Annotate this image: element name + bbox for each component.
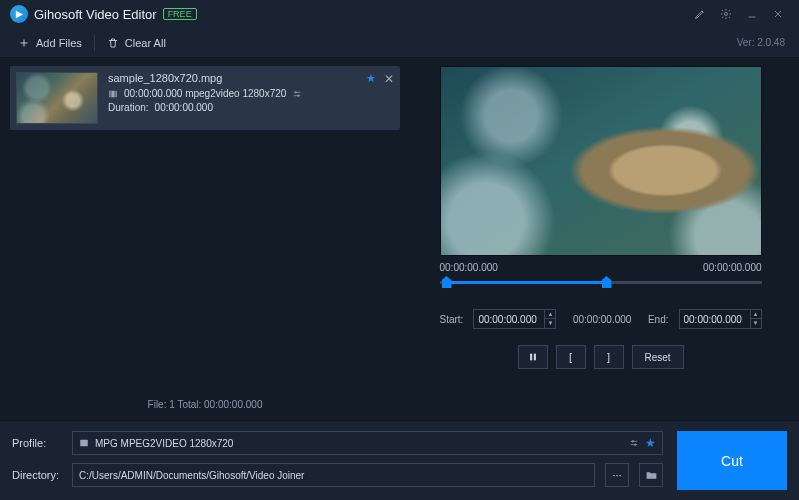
profile-label: Profile: [12,437,62,449]
start-spinner[interactable]: ▲▼ [544,310,555,328]
cut-button[interactable]: Cut [677,431,787,490]
version-label: Ver: 2.0.48 [737,37,785,48]
app-logo [10,5,28,23]
file-name: sample_1280x720.mpg [108,72,394,84]
film-icon [108,89,118,99]
trim-slider[interactable] [440,275,762,291]
favorite-icon[interactable]: ★ [366,72,376,85]
toolbar-separator [94,35,95,51]
mark-out-button[interactable]: ] [594,345,624,369]
favorite-profile-icon[interactable]: ★ [645,436,656,450]
video-preview[interactable] [440,66,762,256]
free-badge: FREE [163,8,197,20]
slider-handle-end[interactable] [602,276,612,288]
titlebar: Gihosoft Video Editor FREE [0,0,799,28]
current-time: 00:00:00.000 [566,314,638,325]
start-time-field[interactable]: ▲▼ [473,309,556,329]
timeline-start-label: 00:00:00.000 [440,262,498,273]
remove-file-icon[interactable]: ✕ [384,72,394,86]
file-info: 00:00:00.000 mpeg2video 1280x720 [124,88,286,99]
open-folder-button[interactable] [639,463,663,487]
folder-icon [645,469,658,482]
pause-icon [528,352,538,362]
directory-label: Directory: [12,469,62,481]
duration-value: 00:00:00.000 [155,102,213,113]
end-time-input[interactable] [680,310,750,328]
duration-label: Duration: [108,102,149,113]
minimize-button[interactable] [739,3,765,25]
timeline-end-label: 00:00:00.000 [703,262,761,273]
reset-button[interactable]: Reset [632,345,684,369]
app-title: Gihosoft Video Editor [34,7,157,22]
svg-rect-4 [530,354,532,361]
browse-button[interactable]: ··· [605,463,629,487]
film-icon [79,438,89,448]
end-time-field[interactable]: ▲▼ [679,309,762,329]
file-thumbnail [16,72,98,124]
slider-fill [446,281,608,284]
directory-field[interactable]: C:/Users/ADMIN/Documents/Gihosoft/Video … [72,463,595,487]
toolbar: Add Files Clear All Ver: 2.0.48 [0,28,799,58]
clear-all-label: Clear All [125,37,166,49]
sliders-icon[interactable] [292,89,302,99]
file-item[interactable]: sample_1280x720.mpg 00:00:00.000 mpeg2vi… [10,66,400,130]
directory-row: Directory: C:/Users/ADMIN/Documents/Giho… [12,463,663,487]
svg-point-0 [725,13,728,16]
file-list-panel: sample_1280x720.mpg 00:00:00.000 mpeg2vi… [10,66,400,416]
compose-icon[interactable] [687,3,713,25]
profile-field[interactable]: MPG MPEG2VIDEO 1280x720 ★ [72,431,663,455]
trash-icon [107,37,119,49]
end-spinner[interactable]: ▲▼ [750,310,761,328]
slider-handle-start[interactable] [442,276,452,288]
svg-rect-5 [533,354,535,361]
file-list-footer: File: 1 Total: 00:00:00.000 [10,393,400,416]
playback-controls: [ ] Reset [440,345,762,369]
start-time-input[interactable] [474,310,544,328]
end-label: End: [648,314,669,325]
svg-rect-1 [109,90,117,97]
file-list: sample_1280x720.mpg 00:00:00.000 mpeg2vi… [10,66,400,393]
settings-icon[interactable] [713,3,739,25]
range-row: Start: ▲▼ 00:00:00.000 End: ▲▼ [440,309,762,329]
pause-button[interactable] [518,345,548,369]
svg-rect-6 [80,440,88,447]
mark-in-button[interactable]: [ [556,345,586,369]
add-files-button[interactable]: Add Files [10,33,90,53]
timeline-labels: 00:00:00.000 00:00:00.000 [440,262,762,273]
plus-icon [18,37,30,49]
directory-value: C:/Users/ADMIN/Documents/Gihosoft/Video … [79,470,588,481]
add-files-label: Add Files [36,37,82,49]
bottom-bar: Profile: MPG MPEG2VIDEO 1280x720 ★ Direc… [0,420,799,500]
profile-row: Profile: MPG MPEG2VIDEO 1280x720 ★ [12,431,663,455]
file-metadata: sample_1280x720.mpg 00:00:00.000 mpeg2vi… [108,72,394,124]
preview-panel: 00:00:00.000 00:00:00.000 Start: ▲▼ 00:0… [412,66,789,416]
profile-value: MPG MPEG2VIDEO 1280x720 [95,438,623,449]
main-area: sample_1280x720.mpg 00:00:00.000 mpeg2vi… [0,58,799,420]
clear-all-button[interactable]: Clear All [99,33,174,53]
close-button[interactable] [765,3,791,25]
sliders-icon[interactable] [629,438,639,448]
start-label: Start: [440,314,464,325]
